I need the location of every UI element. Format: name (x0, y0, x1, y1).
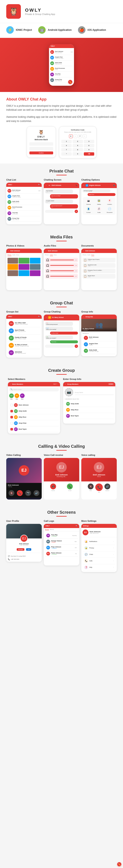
doc-item-4[interactable]: 📋 Monthly Report 4.0 MB (82, 274, 116, 279)
num-1[interactable]: 1 (61, 140, 72, 143)
group-member-item[interactable]: EJ Emil Johnson Admin (82, 335, 116, 341)
selected-member-chip[interactable]: BT Brad (20, 394, 25, 400)
video-call-icon[interactable]: 📹 (113, 185, 115, 186)
option-gallery[interactable]: 🖼️ Gallery (94, 198, 104, 206)
list-item[interactable]: AC Angela Chen Thanks for calling (7, 194, 41, 199)
end-call-button[interactable]: 📞 (95, 484, 103, 491)
photo-1[interactable] (7, 258, 18, 264)
back-icon[interactable]: ← (45, 316, 47, 318)
num-0[interactable]: 0 (73, 152, 83, 156)
camera-toggle-button[interactable]: 📷 (25, 490, 31, 496)
back-icon[interactable]: ← (83, 250, 84, 252)
media-tab-docs[interactable]: Docs (16, 254, 19, 256)
member-checkbox-5[interactable]: ✓ (10, 428, 13, 431)
back-icon[interactable]: ← (83, 184, 84, 186)
back-icon[interactable]: ← (45, 250, 47, 252)
num-2[interactable]: 2 (73, 140, 83, 143)
option-contact[interactable]: 👤 Contact (83, 207, 93, 214)
member-checkbox-4[interactable] (10, 422, 13, 425)
back-icon[interactable]: ← (65, 383, 67, 385)
selected-member-chip[interactable]: AR Abby (15, 394, 19, 400)
num-6[interactable]: 6 (84, 144, 94, 147)
member-item-3[interactable]: ✓ AR Abby Rose (9, 414, 59, 420)
missed-tab[interactable]: Missed (50, 529, 54, 530)
media-tab-audio[interactable]: Audio (12, 254, 16, 256)
search-icon[interactable]: 🔍 (38, 316, 40, 317)
member-checkbox-1[interactable] (10, 404, 13, 406)
num-8[interactable]: 8 (73, 148, 83, 152)
message-profile-button[interactable]: Message (17, 548, 24, 551)
tab-audio-active[interactable]: Audio (50, 254, 53, 256)
photo-6[interactable] (30, 264, 41, 270)
back-icon[interactable]: ← (45, 184, 47, 186)
call-profile-button[interactable]: Call (26, 548, 31, 551)
doc-item-3[interactable]: 📋 Emergency Terms & condition... 3.1 MB (82, 269, 116, 273)
photo-4[interactable] (7, 264, 18, 270)
speaker-call-button[interactable]: 🔊 (104, 484, 110, 489)
settings-profile-row[interactable]: EJ Emil Johnson +987 654 03-16 (81, 528, 117, 537)
settings-item-privacy[interactable]: 🔒 Privacy › (82, 545, 116, 551)
end-call-button[interactable]: 📞 (17, 490, 23, 496)
member-item-4[interactable]: AK Anup Khan (9, 420, 59, 426)
tab-photos[interactable]: Photos (45, 254, 49, 256)
code-box-2[interactable]: · (74, 134, 77, 138)
list-item[interactable]: GC Group Chat Tony: Hello all! (7, 216, 41, 222)
num-backspace[interactable]: ⌫ (84, 152, 94, 156)
tab-audio[interactable]: Audio (88, 254, 91, 256)
audio-item-2[interactable]: 🎧 1:05 (45, 263, 78, 268)
send-button[interactable]: ➤ (75, 210, 78, 213)
back-icon[interactable]: ← (9, 383, 11, 385)
send-button[interactable]: ➤ (75, 344, 78, 348)
code-box-4[interactable]: · (83, 134, 87, 138)
list-item[interactable]: TR Tony Ray On my way... (7, 211, 41, 216)
audio-item-1[interactable]: 🎧 0:24 (45, 258, 78, 262)
doc-item-1[interactable]: 📋 Al Mezan Injeco Proposa... 2.5 MB (82, 258, 116, 262)
group-list-item[interactable]: SM St. Mary & School Teacher: Assignment… (7, 342, 41, 349)
option-audio[interactable]: 🎵 Audio (94, 207, 104, 214)
next-button[interactable]: NEXT → (53, 383, 58, 385)
search-icon[interactable]: 🔍 (38, 184, 40, 186)
member-checkbox-3[interactable]: ✓ (10, 416, 13, 418)
group-list-item[interactable]: AD Adventure Alex: Next trip soon! (7, 349, 41, 356)
mute-call-button[interactable]: 🔇 (88, 484, 94, 489)
login-username-input[interactable] (29, 142, 53, 146)
group-list-item[interactable]: SF Sport Friends John: See you at 5! (7, 327, 41, 335)
member-checkbox-2[interactable]: ✓ (10, 410, 13, 412)
login-password-input[interactable] (29, 147, 53, 150)
call-icon[interactable]: 📞 (76, 185, 78, 186)
message-input[interactable] (45, 210, 74, 213)
option-camera[interactable]: 📷 Camera (83, 198, 93, 206)
audio-item-4[interactable]: 🎧 0:47 (45, 274, 78, 279)
photo-8[interactable] (19, 270, 29, 276)
back-icon[interactable]: ← (8, 250, 9, 252)
group-list-item[interactable]: OS Our Office Staff Angela: Good morning… (7, 320, 41, 327)
search-icon[interactable]: 🔍 (76, 525, 78, 527)
num-5[interactable]: 5 (73, 144, 83, 147)
recent-tab[interactable]: Recent (45, 529, 49, 530)
group-name-input[interactable]: Group Name (75, 389, 114, 395)
call-log-item-3[interactable]: PJ Priya Johnson ↗ Outgoing Sun (45, 545, 78, 551)
fab-button[interactable]: ✏️ (68, 80, 72, 84)
tab-docs-active[interactable]: Docs (91, 254, 94, 256)
photo-3[interactable] (30, 258, 41, 264)
settings-item-help[interactable]: ❓ Help › (82, 564, 116, 571)
num-4[interactable]: 4 (61, 144, 72, 147)
list-item[interactable]: DK David Kavanawa Great! (7, 205, 41, 211)
call-log-item-2[interactable]: GC George Chance ✕ Missed Mon (45, 539, 78, 545)
list-item[interactable]: HS Holly Smith Okay, see you! (7, 199, 41, 205)
back-icon[interactable]: ← (83, 316, 84, 318)
option-location[interactable]: 📍 Location (105, 198, 115, 206)
login-confirm-button[interactable]: Confirm (29, 152, 53, 154)
search-bar[interactable]: 🔍 Search contact... (9, 388, 59, 391)
num-3[interactable]: 3 (84, 140, 94, 143)
done-button[interactable]: DONE (108, 383, 114, 385)
audio-item-3[interactable]: 🎧 2:13 (45, 269, 78, 273)
accept-call-button[interactable]: 📞 (67, 484, 73, 489)
media-tab-photos[interactable]: Photos (7, 254, 11, 256)
speaker-button[interactable]: 🔊 (33, 490, 40, 496)
call-log-item-4[interactable]: PJ Paula Johnson ↙ Incoming Sat (45, 551, 78, 557)
photo-5[interactable] (19, 264, 29, 270)
settings-item-chats[interactable]: 💬 Chats › (82, 551, 116, 558)
num-9[interactable]: 9 (84, 148, 94, 152)
group-avatar-picker[interactable]: 📷 (65, 388, 73, 396)
